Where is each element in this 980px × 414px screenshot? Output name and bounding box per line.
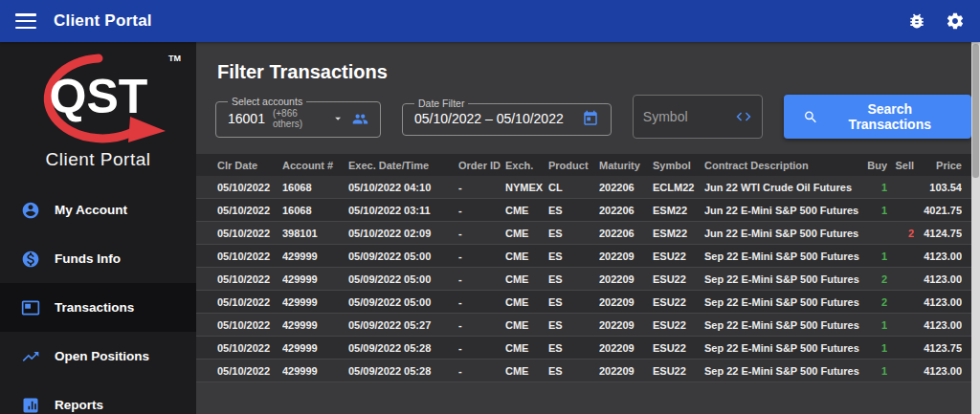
sidebar-item-my-account[interactable]: My Account <box>0 185 196 234</box>
cell-exch: NYMEX <box>505 182 548 193</box>
reports-icon <box>21 396 40 414</box>
col-price: Price <box>914 160 962 171</box>
cell-order-id: - <box>458 251 505 262</box>
accounts-select-label: Select accounts <box>228 96 306 107</box>
sidebar-item-open-positions[interactable]: Open Positions <box>0 332 196 381</box>
calendar-icon[interactable] <box>582 110 599 127</box>
cell-exch: CME <box>505 319 548 331</box>
cell-symbol: ESM22 <box>653 228 704 239</box>
cell-maturity: 202206 <box>599 182 653 193</box>
cell-order-id: - <box>458 296 505 308</box>
debug-icon[interactable] <box>907 11 926 31</box>
settings-gear-icon[interactable] <box>946 11 965 31</box>
cell-exec-datetime: 05/10/2022 04:10 <box>348 182 458 193</box>
logo-text: QST <box>49 70 147 123</box>
funds-icon <box>21 250 40 269</box>
cell-exch: CME <box>505 205 548 216</box>
table-row: 05/10/2022 429999 05/09/2022 05:00 - CME… <box>196 245 971 268</box>
accounts-select[interactable]: Select accounts 16001 (+866 others) <box>215 96 381 138</box>
sidebar-item-transactions[interactable]: Transactions <box>0 283 196 332</box>
cell-buy: 1 <box>862 365 887 377</box>
cell-account: 429999 <box>282 251 348 262</box>
search-button-label: Search Transactions <box>828 101 952 132</box>
search-icon <box>803 109 818 125</box>
cell-symbol: ESU22 <box>653 251 704 262</box>
cell-symbol: ESU22 <box>653 365 704 377</box>
table-row: 05/10/2022 429999 05/09/2022 05:28 - CME… <box>196 360 971 382</box>
cell-exec-datetime: 05/09/2022 05:00 <box>348 251 458 262</box>
cell-contract-description: Sep 22 E-Mini S&P 500 Futures <box>704 319 862 331</box>
cell-maturity: 202209 <box>599 365 653 377</box>
cell-exch: CME <box>505 296 548 308</box>
sidebar-item-funds-info[interactable]: Funds Info <box>0 234 196 283</box>
cell-order-id: - <box>458 228 505 239</box>
cell-product: ES <box>548 319 599 331</box>
accounts-select-suffix: (+866 others) <box>273 108 323 129</box>
dropdown-caret-icon <box>331 111 345 126</box>
table-row: 05/10/2022 429999 05/09/2022 05:00 - CME… <box>196 268 971 291</box>
cell-clr-date: 05/10/2022 <box>217 182 282 193</box>
qst-logo: QST TM <box>0 42 196 149</box>
sidebar-item-label: Transactions <box>55 300 134 315</box>
menu-icon[interactable] <box>15 13 36 29</box>
cell-order-id: - <box>458 182 505 193</box>
cell-price: 4021.75 <box>914 205 962 216</box>
col-sell: Sell <box>887 160 914 171</box>
date-filter[interactable]: Date Filter 05/10/2022 – 05/10/2022 <box>402 98 612 136</box>
col-symbol: Symbol <box>653 160 704 171</box>
cell-maturity: 202206 <box>599 228 653 239</box>
cell-exec-datetime: 05/09/2022 05:27 <box>348 319 458 331</box>
cell-account: 429999 <box>282 273 348 285</box>
search-transactions-button[interactable]: Search Transactions <box>784 95 971 139</box>
cell-account: 16068 <box>282 205 348 216</box>
cell-product: ES <box>548 342 599 354</box>
cell-buy: 1 <box>862 319 887 331</box>
topbar-actions <box>907 11 965 31</box>
logo-tm: TM <box>168 54 181 63</box>
cell-account: 429999 <box>282 319 348 331</box>
col-maturity: Maturity <box>599 160 653 171</box>
cell-clr-date: 05/10/2022 <box>217 205 282 216</box>
cell-contract-description: Sep 22 E-Mini S&P 500 Futures <box>704 273 862 285</box>
cell-contract-description: Jun 22 E-Mini S&P 500 Futures <box>704 228 862 239</box>
account-icon <box>21 201 40 220</box>
topbar: Client Portal <box>0 0 980 42</box>
cell-order-id: - <box>458 342 505 354</box>
cell-symbol: ESM22 <box>653 205 704 216</box>
cell-contract-description: Jun 22 E-Mini S&P 500 Futures <box>704 205 862 216</box>
table-row: 05/10/2022 429999 05/09/2022 05:00 - CME… <box>196 291 971 314</box>
cell-buy: 1 <box>862 342 887 354</box>
sidebar-item-reports[interactable]: Reports <box>0 381 196 414</box>
cell-clr-date: 05/10/2022 <box>217 319 282 331</box>
cell-symbol: ECLM22 <box>653 182 704 193</box>
cell-symbol: ESU22 <box>653 273 704 285</box>
col-product: Product <box>548 160 599 171</box>
cell-buy: 2 <box>862 273 887 285</box>
symbol-input[interactable] <box>643 109 731 124</box>
cell-maturity: 202209 <box>599 296 653 308</box>
table-row: 05/10/2022 429999 05/09/2022 05:27 - CME… <box>196 314 971 337</box>
col-exch: Exch. <box>505 160 548 171</box>
cell-exch: CME <box>505 365 548 377</box>
transactions-icon <box>21 298 40 317</box>
cell-product: ES <box>548 205 599 216</box>
cell-account: 16068 <box>282 182 348 193</box>
scrollbar-thumb[interactable] <box>972 44 979 178</box>
cell-price: 4123.00 <box>914 296 962 308</box>
cell-price: 4123.00 <box>914 319 962 331</box>
cell-maturity: 202209 <box>599 342 653 354</box>
cell-maturity: 202209 <box>599 319 653 331</box>
page-title: Filter Transactions <box>196 42 971 83</box>
cell-symbol: ESU22 <box>653 342 704 354</box>
cell-account: 398101 <box>282 228 348 239</box>
col-buy: Buy <box>862 160 887 171</box>
table-body: 05/10/2022 16068 05/10/2022 04:10 - NYME… <box>196 176 971 382</box>
col-order-id: Order ID <box>458 160 505 171</box>
cell-clr-date: 05/10/2022 <box>217 342 282 354</box>
vertical-scrollbar[interactable] <box>971 42 980 414</box>
cell-price: 4123.00 <box>914 251 962 262</box>
sidebar: QST TM Client Portal My Account Funds In… <box>0 42 196 414</box>
cell-maturity: 202209 <box>599 273 653 285</box>
table-row: 05/10/2022 16068 05/10/2022 03:11 - CME … <box>196 199 971 222</box>
filter-bar: Select accounts 16001 (+866 others) Date… <box>215 95 971 139</box>
